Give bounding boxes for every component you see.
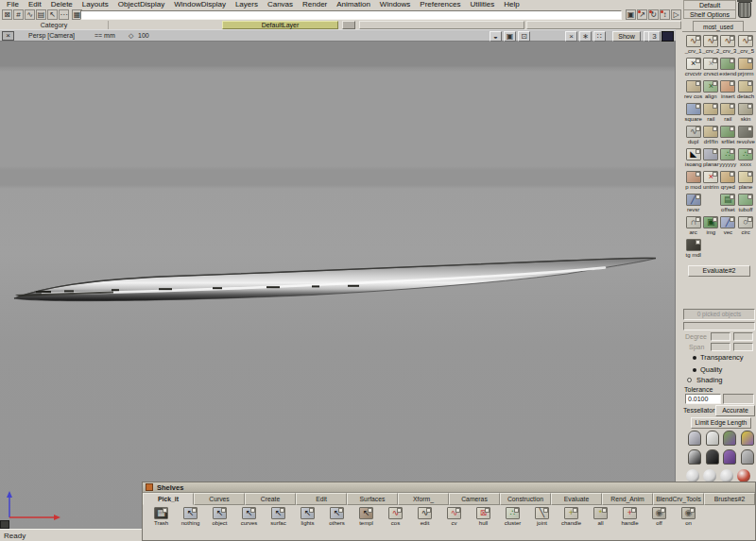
category-label[interactable]: Category (0, 21, 109, 29)
shelves-tab-brushes-2[interactable]: Brushes#2 (704, 493, 755, 505)
shelves-item-nothing[interactable]: ↖nothing (176, 507, 205, 527)
menu-windows[interactable]: Windows (375, 0, 415, 9)
render-mode-icon[interactable]: ◒ (490, 31, 502, 42)
shading-radio-icon[interactable] (687, 378, 692, 382)
shelf-item-revsr[interactable]: ╱revsr (684, 194, 702, 216)
brush-purple[interactable] (721, 449, 739, 468)
shelf-item-insert[interactable]: insert (719, 80, 736, 103)
shelves-item-object[interactable]: ↖object (205, 507, 234, 527)
brush-silver[interactable] (686, 431, 704, 449)
shelves-tab-edit[interactable]: Edit (296, 493, 347, 505)
menu-canvas[interactable]: Canvas (263, 0, 298, 9)
tessellator-accurate-button[interactable]: Accurate (715, 405, 755, 416)
shelves-tab-construction[interactable]: Construction (500, 493, 551, 505)
brush-gray[interactable] (739, 449, 756, 468)
play-icon[interactable]: ▷ (671, 9, 681, 20)
rotate-pointer-icon[interactable]: ↻ (648, 9, 659, 20)
menu-objectdisplay[interactable]: ObjectDisplay (113, 0, 169, 9)
shade-mode-icon[interactable]: ▣ (504, 31, 516, 42)
span-field-2[interactable] (733, 343, 753, 351)
shelves-item-lights[interactable]: ↖lights (293, 507, 322, 527)
more-options-icon[interactable]: ⋯ (59, 9, 69, 20)
shelf-item-crv-2[interactable]: ∿_crv_2 (702, 35, 719, 58)
shelf-item-extend[interactable]: extend (719, 58, 736, 80)
snap-grid-icon[interactable]: # (13, 9, 24, 20)
settings-icon[interactable]: ∗ (579, 31, 592, 42)
shelf-item-rev-cos[interactable]: rev cos (684, 80, 702, 103)
material-sphere-3[interactable] (720, 469, 733, 482)
shelf-item-circ[interactable]: ○circ (736, 216, 754, 239)
shelf-item-tuboff[interactable]: tuboff (736, 194, 754, 216)
shelf-item-qryed[interactable]: qryed (719, 171, 736, 194)
menu-layouts[interactable]: Layouts (77, 0, 113, 9)
evaluate-button[interactable]: Evaluate#2 (688, 265, 750, 277)
section-transparency[interactable]: Transparency (700, 353, 744, 362)
brush-black-white[interactable] (686, 449, 704, 468)
shelves-item-hull[interactable]: ⊠hull (469, 507, 498, 527)
shelves-tab-cameras[interactable]: Cameras (449, 493, 500, 505)
active-view-indicator[interactable] (662, 31, 674, 42)
limit-edge-length-button[interactable]: Limit Edge Length (691, 417, 751, 429)
menu-windowdisplay[interactable]: WindowDisplay (169, 0, 231, 9)
zoom-window-icon[interactable]: ⊡ (518, 31, 530, 42)
shelf-item-crv-3[interactable]: ∿_crv_3 (719, 35, 736, 58)
pick-arrow-icon[interactable]: ↖ (47, 9, 58, 20)
shelves-item-cluster[interactable]: ∴cluster (498, 507, 527, 527)
shelf-item-prjnrm[interactable]: prjnrm (736, 58, 754, 80)
brush-green-purple[interactable] (721, 431, 739, 449)
shelves-item-curves[interactable]: ↖curves (234, 507, 264, 527)
promptline-input[interactable] (80, 10, 622, 20)
shelf-item-align[interactable]: ×align (702, 80, 719, 103)
degree-field-2[interactable] (733, 332, 753, 341)
shelf-item-planar[interactable]: planar (702, 148, 719, 171)
shelf-item-plane[interactable]: plane (736, 171, 754, 194)
shelves-tab-rend-anim[interactable]: Rend_Anim (602, 493, 653, 505)
tab-most-used[interactable]: most_used (693, 21, 744, 31)
shelf-item-crv-1[interactable]: ∿_crv_1 (684, 35, 702, 58)
shelf-item-isoang[interactable]: ◣isoang (684, 148, 702, 171)
curve-tool-icon[interactable]: ∿ (25, 9, 35, 20)
shelf-item-crv-5[interactable]: ∿_crv_5 (736, 35, 754, 58)
shelf-item-rail[interactable]: rail (702, 103, 719, 126)
brush-white[interactable] (704, 431, 722, 449)
shelf-item-srfilet[interactable]: srfilet (719, 126, 736, 148)
shelf-header[interactable]: Default Shelf Options (683, 0, 736, 20)
shelf-header-title[interactable]: Default (683, 0, 736, 9)
shelf-options-button[interactable]: Shelf Options (683, 9, 736, 19)
shelves-item-edit[interactable]: ∿edit (410, 507, 439, 527)
menu-delete[interactable]: Delete (46, 0, 77, 9)
menu-animation[interactable]: Animation (332, 0, 375, 9)
menu-help[interactable]: Help (499, 0, 524, 9)
expand-pane-icon[interactable]: ∷ (593, 31, 606, 42)
shelves-titlebar[interactable]: Shelves (143, 482, 755, 493)
shelf-item-crvsct[interactable]: ×crvsct (702, 58, 719, 80)
layer-slot[interactable] (359, 21, 524, 29)
shelves-tab-create[interactable]: Create (245, 493, 296, 505)
menu-edit[interactable]: Edit (24, 0, 46, 9)
shelf-item-drf-fin[interactable]: drf/fin (702, 126, 719, 148)
select-box-icon[interactable]: ⊠ (2, 9, 12, 20)
surface-tool-icon[interactable]: ▤ (36, 9, 46, 20)
shelves-item-handle[interactable]: +handle (615, 507, 644, 527)
shelf-item-square[interactable]: square (684, 103, 702, 126)
menu-render[interactable]: Render (298, 0, 332, 9)
shelf-item-vec[interactable]: ╱vec (719, 216, 736, 239)
shelf-item-rail[interactable]: rail (719, 103, 736, 126)
material-sphere-2[interactable] (703, 469, 716, 482)
close-pane-icon[interactable]: × (565, 31, 577, 42)
tolerance-input[interactable]: 0.0100 (685, 394, 721, 404)
menu-utilities[interactable]: Utilities (465, 0, 499, 9)
shelves-tab-surfaces[interactable]: Surfaces (347, 493, 398, 505)
shelves-item-off[interactable]: ◉off (644, 507, 674, 527)
shelves-item-all[interactable]: *all (586, 507, 615, 527)
shelves-item-chandle[interactable]: +chandle (557, 507, 586, 527)
shelf-item-yyyyyy[interactable]: ∴yyyyyy (719, 148, 736, 171)
shelves-tab-evaluate[interactable]: Evaluate (551, 493, 602, 505)
pane-button-2[interactable]: 3 (648, 31, 661, 42)
shelf-item-crvcvtr[interactable]: ×crvcvtr (684, 58, 702, 80)
shelf-item-arc[interactable]: ∩arc (684, 216, 702, 239)
menu-preferences[interactable]: Preferences (415, 0, 465, 9)
span-field-1[interactable] (711, 343, 730, 351)
shelf-item-img[interactable]: ▣img (702, 216, 719, 239)
shelves-item-others[interactable]: ↖others (322, 507, 352, 527)
